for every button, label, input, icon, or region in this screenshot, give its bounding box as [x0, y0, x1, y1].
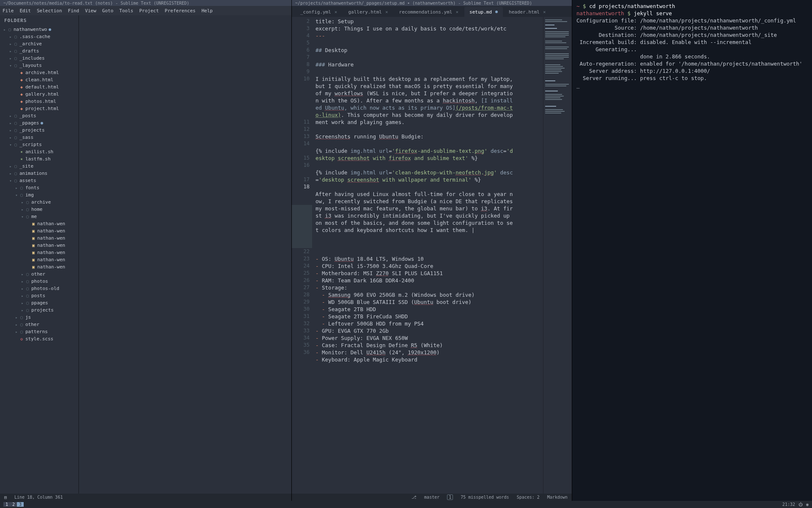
tree-folder[interactable]: ▸▢_archive	[0, 40, 78, 47]
tree-file[interactable]: ◆default.html	[0, 83, 78, 91]
terminal-output: Generating...	[576, 46, 808, 53]
svg-rect-4	[545, 31, 569, 32]
code-area[interactable]: title: Setupexcerpt: Things I use on a d…	[315, 17, 543, 494]
window-title-left: ~/Documents/notes/media/to-read.txt (not…	[0, 0, 291, 6]
tree-folder[interactable]: ▸▢posts	[0, 292, 78, 299]
tree-folder[interactable]: ▸▢_drafts	[0, 47, 78, 55]
minimap[interactable]	[543, 17, 572, 494]
tree-folder[interactable]: ▸▢_posts	[0, 112, 78, 119]
tree-file[interactable]: ✶lastfm.sh	[0, 155, 78, 163]
tab-bar[interactable]: _config.yml×gallery.html×recommendations…	[292, 6, 572, 17]
tree-file[interactable]: ▣nathan-wen	[0, 249, 78, 256]
tree-folder[interactable]: ▸▢_projects	[0, 127, 78, 134]
clock: 21:32	[782, 502, 795, 507]
tree-folder[interactable]: ▸▢home	[0, 206, 78, 213]
tree-file[interactable]: ✶anilist.sh	[0, 148, 78, 155]
code-editor[interactable]: 2345678910111213141516171819202122232425…	[292, 17, 572, 494]
menu-view[interactable]: View	[85, 8, 96, 14]
tray-icon-discord[interactable]: ◉	[806, 502, 809, 507]
menu-tools[interactable]: Tools	[119, 8, 133, 14]
terminal-output: done in 2.866 seconds.	[576, 53, 808, 60]
svg-rect-13	[545, 55, 569, 56]
tree-file[interactable]: ▣nathan-wen	[0, 220, 78, 227]
tree-folder[interactable]: ▸▢ppages	[0, 299, 78, 306]
svg-rect-22	[545, 80, 555, 81]
tree-folder[interactable]: ▾▢_layouts	[0, 62, 78, 69]
tree-folder[interactable]: ▸▢patterns	[0, 328, 78, 335]
tree-folder[interactable]: ▸▢other	[0, 271, 78, 278]
tree-file[interactable]: ▣nathan-wen	[0, 256, 78, 263]
tree-file[interactable]: ▣nathan-wen	[0, 242, 78, 249]
tree-folder[interactable]: ▸▢nathanwentwo	[0, 26, 78, 33]
tree-folder[interactable]: ▸▢fonts	[0, 184, 78, 191]
close-icon[interactable]: ×	[385, 9, 388, 15]
svg-rect-6	[545, 35, 569, 36]
close-icon[interactable]: ×	[543, 9, 546, 15]
tray-icon[interactable]: ⏻	[798, 502, 803, 507]
tree-folder[interactable]: ▸▢other	[0, 321, 78, 328]
tree-folder[interactable]: ▸▢js	[0, 314, 78, 321]
status-syntax[interactable]: Markdown	[547, 495, 568, 500]
tree-folder[interactable]: ▸▢_includes	[0, 55, 78, 62]
i3-bar[interactable]: 123 21:32 ⏻ ◉	[0, 501, 812, 508]
tree-file[interactable]: ◆project.html	[0, 105, 78, 112]
tree-folder[interactable]: ▾▢img	[0, 191, 78, 199]
menu-goto[interactable]: Goto	[102, 8, 114, 14]
menu-preferences[interactable]: Preferences	[165, 8, 196, 14]
tree-folder[interactable]: ▸▢projects	[0, 306, 78, 314]
tree-file[interactable]: ◆photos.html	[0, 98, 78, 105]
workspace-3[interactable]: 3	[17, 502, 24, 507]
tab-_config-yml[interactable]: _config.yml×	[295, 7, 342, 17]
menu-find[interactable]: Find	[68, 8, 80, 14]
svg-rect-11	[545, 48, 567, 49]
tree-folder[interactable]: ▾▢assets	[0, 177, 78, 184]
svg-rect-20	[545, 71, 562, 72]
tree-folder[interactable]: ▸▢photos-old	[0, 285, 78, 292]
workspace-1[interactable]: 1	[3, 502, 10, 507]
svg-rect-14	[545, 57, 569, 58]
tree-file[interactable]: ▣nathan-wen	[0, 235, 78, 242]
menu-project[interactable]: Project	[139, 8, 159, 14]
status-spaces[interactable]: Spaces: 2	[517, 495, 540, 500]
terminal[interactable]: ~ $ cd projects/nathanwentworthnathanwen…	[572, 0, 812, 501]
svg-rect-16	[545, 64, 560, 65]
tab-header-html[interactable]: header.html×	[504, 7, 551, 17]
tree-folder[interactable]: ▸▢_ppages	[0, 119, 78, 127]
tree-folder[interactable]: ▸▢animations	[0, 170, 78, 177]
tree-folder[interactable]: ▸▢.sass-cache	[0, 33, 78, 40]
folder-sidebar[interactable]: FOLDERS ▸▢nathanwentwo▸▢.sass-cache▸▢_ar…	[0, 15, 79, 494]
status-misspelled: 75 misspelled words	[461, 495, 509, 500]
workspace-2[interactable]: 2	[10, 502, 17, 507]
menu-file[interactable]: File	[3, 8, 14, 14]
svg-rect-28	[545, 97, 560, 98]
tree-folder[interactable]: ▸▢_site	[0, 163, 78, 170]
tree-folder[interactable]: ▾▢me	[0, 213, 78, 220]
close-icon[interactable]: ×	[335, 9, 337, 15]
tab-gallery-html[interactable]: gallery.html×	[343, 7, 393, 17]
status-icon: ▤	[4, 495, 7, 500]
svg-rect-8	[545, 41, 562, 41]
tab-setup-md[interactable]: setup.md	[464, 7, 503, 17]
svg-rect-29	[545, 99, 562, 100]
tree-folder[interactable]: ▸▢photos	[0, 278, 78, 285]
tab-recommendations-yml[interactable]: recommendations.yml×	[394, 7, 464, 17]
menu-help[interactable]: Help	[201, 8, 213, 14]
menubar[interactable]: FileEditSelectionFindViewGotoToolsProjec…	[0, 6, 291, 15]
tree-file[interactable]: ▣nathan-wen	[0, 227, 78, 235]
tree-file[interactable]: ▣nathan-wen	[0, 263, 78, 271]
menu-edit[interactable]: Edit	[20, 8, 31, 14]
tree-file[interactable]: ◆gallery.html	[0, 91, 78, 98]
sublime-window-right: ~/projects/nathanwentworth/_ppages/setup…	[292, 0, 572, 501]
tree-file[interactable]: ◆archive.html	[0, 69, 78, 76]
sidebar-header: FOLDERS	[0, 15, 78, 26]
svg-rect-32	[545, 111, 565, 112]
close-icon[interactable]: ×	[455, 9, 458, 15]
tree-folder[interactable]: ▸▢_sass	[0, 134, 78, 141]
tree-file[interactable]: ✪style.scss	[0, 335, 78, 342]
tree-folder[interactable]: ▾▢_scripts	[0, 141, 78, 148]
svg-rect-10	[545, 47, 569, 47]
tree-folder[interactable]: ▸▢archive	[0, 199, 78, 206]
svg-rect-12	[545, 53, 569, 54]
tree-file[interactable]: ◆clean.html	[0, 76, 78, 83]
menu-selection[interactable]: Selection	[37, 8, 62, 14]
